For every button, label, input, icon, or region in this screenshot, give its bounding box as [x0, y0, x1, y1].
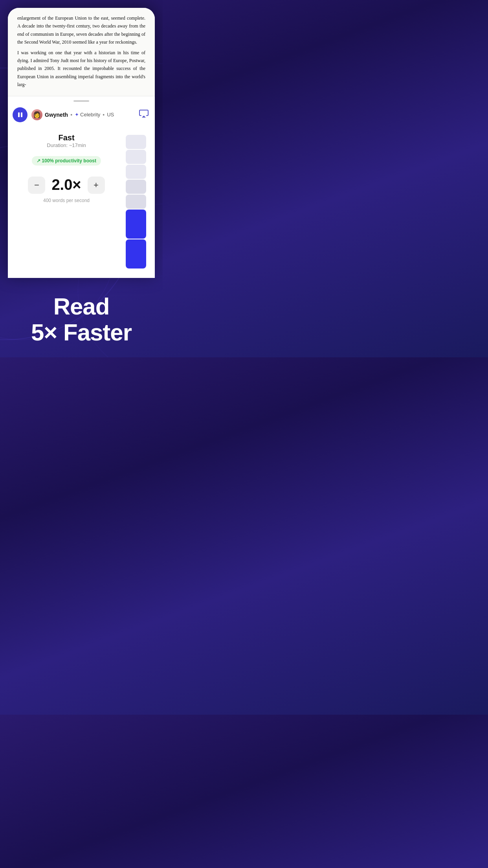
dot-separator-1: •: [70, 112, 72, 118]
voice-name: Gwyneth: [45, 112, 68, 118]
svg-marker-4: [142, 116, 146, 118]
slider-section[interactable]: [123, 133, 149, 268]
main-panel: Fast Duration: ~17min ↗ 100% productivit…: [8, 127, 155, 278]
decrease-speed-button[interactable]: −: [28, 177, 45, 194]
speed-title: Fast: [14, 133, 119, 142]
dot-separator-2: •: [103, 112, 105, 118]
voice-category: ✦ Celebrity: [75, 112, 100, 118]
productivity-badge: ↗ 100% productivity boost: [32, 156, 101, 166]
pause-icon: [17, 112, 23, 118]
speed-section: Fast Duration: ~17min ↗ 100% productivit…: [14, 133, 119, 268]
phone-screen: enlargement of the European Union to the…: [8, 8, 155, 278]
drag-handle-container: [8, 96, 155, 104]
slider-segment-2: [126, 165, 146, 179]
slider-segment-3: [126, 180, 146, 194]
slider-segment-4: [126, 195, 146, 209]
sparkle-icon: ✦: [75, 112, 79, 118]
bottom-title: Read 5× Faster: [9, 294, 153, 346]
slider-track: [126, 135, 146, 268]
airplay-button[interactable]: [139, 109, 149, 120]
book-paragraph-1: enlargement of the European Union to the…: [17, 14, 145, 46]
voice-row: 👩 Gwyneth • ✦ Celebrity • US: [8, 104, 155, 127]
speed-duration: Duration: ~17min: [14, 142, 119, 148]
increase-speed-button[interactable]: +: [88, 177, 105, 194]
slider-segment-0: [126, 135, 146, 149]
slider-segment-5: [126, 210, 146, 239]
voice-info: 👩 Gwyneth • ✦ Celebrity • US: [31, 109, 135, 120]
bottom-text-section: Read 5× Faster: [0, 278, 163, 357]
drag-handle-bar: [73, 100, 89, 102]
book-paragraph-2: I was working on one that year with a hi…: [17, 49, 145, 89]
wps-label: 400 words per second: [14, 198, 119, 203]
speed-controls: − 2.0× +: [14, 177, 119, 194]
voice-region: US: [107, 112, 114, 118]
speed-value: 2.0×: [51, 177, 81, 193]
avatar: 👩: [31, 109, 42, 120]
slider-segment-1: [126, 150, 146, 164]
slider-segment-6: [126, 239, 146, 268]
book-text-area: enlargement of the European Union to the…: [8, 8, 155, 96]
pause-button[interactable]: [13, 107, 28, 122]
phone-frame: enlargement of the European Union to the…: [0, 0, 163, 278]
